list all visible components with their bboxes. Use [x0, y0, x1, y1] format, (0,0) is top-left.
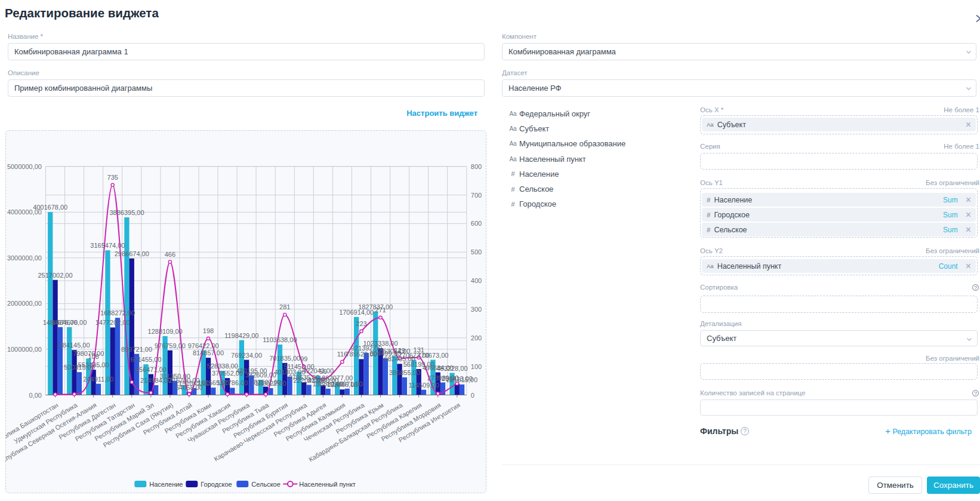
svg-text:1198429,00: 1198429,00: [224, 332, 258, 339]
svg-text:2517002,00: 2517002,00: [38, 272, 72, 279]
svg-text:422043,00: 422043,00: [303, 367, 334, 374]
svg-text:600: 600: [471, 220, 482, 227]
svg-text:332609,00: 332609,00: [245, 371, 276, 379]
svg-text:700: 700: [471, 192, 482, 199]
svg-text:140071,00: 140071,00: [332, 380, 363, 388]
svg-text:Сельское: Сельское: [251, 481, 281, 488]
svg-text:108: 108: [88, 353, 98, 360]
svg-text:400: 400: [471, 277, 482, 284]
svg-text:Населенный пункт: Населенный пункт: [299, 481, 356, 488]
svg-text:1000000,00: 1000000,00: [7, 346, 42, 353]
svg-text:0: 0: [471, 392, 474, 399]
svg-text:200: 200: [471, 334, 482, 342]
svg-text:129: 129: [394, 347, 405, 354]
svg-text:1688272,00: 1688272,00: [100, 309, 135, 316]
svg-text:1477202,00: 1477202,00: [95, 319, 130, 326]
svg-text:735: 735: [107, 174, 118, 181]
svg-text:500: 500: [471, 248, 482, 256]
svg-text:157786,00: 157786,00: [217, 379, 248, 386]
svg-text:1288109,00: 1288109,00: [148, 328, 183, 335]
svg-text:800: 800: [471, 163, 482, 170]
svg-text:150022,00: 150022,00: [255, 380, 286, 387]
svg-text:5000000,00: 5000000,00: [7, 163, 42, 170]
svg-text:281: 281: [279, 303, 290, 311]
svg-text:4001678,00: 4001678,00: [33, 204, 67, 211]
svg-text:1103638,00: 1103638,00: [263, 336, 297, 343]
svg-text:300: 300: [471, 306, 482, 313]
svg-text:976422,00: 976422,00: [188, 342, 219, 349]
svg-text:2986674,00: 2986674,00: [115, 250, 149, 257]
svg-text:3165474,00: 3165474,00: [90, 242, 125, 249]
svg-text:814857,00: 814857,00: [193, 349, 224, 356]
svg-text:769234,00: 769234,00: [231, 352, 262, 359]
svg-text:483228,00: 483228,00: [437, 365, 468, 372]
svg-text:553155,00: 553155,00: [78, 361, 109, 368]
svg-text:Городское: Городское: [201, 481, 232, 488]
svg-text:976759,00: 976759,00: [155, 342, 186, 349]
svg-text:56: 56: [319, 368, 326, 375]
svg-text:984145,00: 984145,00: [59, 342, 90, 349]
svg-text:Население: Население: [149, 481, 183, 488]
svg-text:271: 271: [375, 306, 386, 313]
svg-text:244911,00: 244911,00: [83, 376, 113, 383]
svg-text:116: 116: [337, 351, 348, 358]
svg-text:1023338,00: 1023338,00: [363, 340, 397, 347]
svg-text:466: 466: [165, 251, 175, 258]
svg-text:2000000,00: 2000000,00: [7, 300, 42, 307]
svg-text:671455,00: 671455,00: [131, 356, 162, 363]
svg-text:386855,00: 386855,00: [389, 369, 420, 376]
svg-text:1484676,00: 1484676,00: [52, 319, 87, 326]
svg-text:100: 100: [471, 363, 482, 370]
svg-text:114509,00: 114509,00: [408, 382, 439, 389]
svg-text:899721,00: 899721,00: [121, 346, 152, 353]
svg-text:0,00: 0,00: [29, 392, 42, 399]
svg-text:528338,00: 528338,00: [207, 362, 238, 370]
svg-text:131: 131: [414, 346, 424, 354]
svg-text:231815,00: 231815,00: [446, 376, 477, 383]
svg-text:3000000,00: 3000000,00: [7, 254, 42, 262]
svg-text:223: 223: [356, 320, 366, 327]
svg-text:99: 99: [300, 355, 307, 362]
svg-text:198: 198: [203, 327, 214, 334]
svg-text:701835,00: 701835,00: [269, 355, 300, 362]
svg-text:3886395,00: 3886395,00: [109, 209, 144, 216]
